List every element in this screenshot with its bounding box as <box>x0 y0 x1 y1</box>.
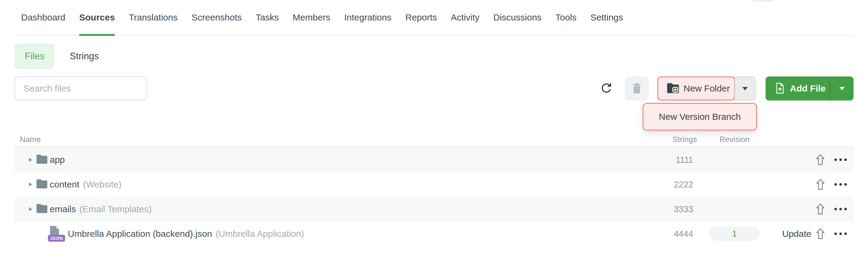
cutoff-element <box>752 0 774 2</box>
nav-item-integrations[interactable]: Integrations <box>344 0 392 35</box>
new-folder-dropdown-button[interactable] <box>735 76 755 101</box>
table-header: Name Strings Revision <box>14 132 854 147</box>
expand-chevron-icon[interactable] <box>29 158 36 162</box>
more-actions-icon[interactable]: ••• <box>834 205 849 214</box>
files-toolbar: New Folder Add File <box>14 76 854 101</box>
nav-item-tools[interactable]: Tools <box>555 0 577 35</box>
table-row-emails[interactable]: emails (Email Templates) 3333 ••• <box>14 197 854 221</box>
caret-down-icon <box>839 87 845 90</box>
add-file-button[interactable]: Add File <box>766 76 830 101</box>
json-file-icon: JSON <box>49 226 62 242</box>
name-cell: JSON Umbrella Application (backend).json… <box>14 226 661 242</box>
trash-icon <box>632 82 642 95</box>
toolbar-actions: New Folder Add File <box>599 76 854 101</box>
delete-button[interactable] <box>625 76 649 101</box>
name-cell: emails (Email Templates) <box>14 204 661 214</box>
more-actions-icon[interactable]: ••• <box>834 180 849 189</box>
revision-badge[interactable]: 1 <box>709 227 760 241</box>
add-file-dropdown-button[interactable] <box>830 76 854 101</box>
new-folder-button[interactable]: New Folder <box>657 76 735 101</box>
nav-item-members[interactable]: Members <box>293 0 330 35</box>
nav-item-sources[interactable]: Sources <box>79 0 115 35</box>
folder-title: (Website) <box>83 179 121 190</box>
table-row-umbrella-json[interactable]: JSON Umbrella Application (backend).json… <box>14 221 854 246</box>
expand-chevron-icon[interactable] <box>29 182 36 187</box>
more-actions-icon[interactable]: ••• <box>834 155 849 164</box>
nav-item-settings[interactable]: Settings <box>590 0 623 35</box>
strings-count: 2222 <box>661 180 709 190</box>
folder-name[interactable]: content <box>50 179 79 190</box>
upload-icon[interactable] <box>815 228 825 240</box>
refresh-icon <box>600 82 612 95</box>
revision-cell: 1 <box>709 227 760 241</box>
update-link[interactable]: Update <box>760 229 811 239</box>
sources-files-page: Dashboard Sources Translations Screensho… <box>0 0 868 257</box>
column-header-revision: Revision <box>709 135 760 144</box>
strings-count: 4444 <box>661 229 709 239</box>
folder-icon <box>36 204 47 214</box>
strings-count: 1111 <box>661 155 709 165</box>
add-file-label: Add File <box>790 83 826 94</box>
nav-item-discussions[interactable]: Discussions <box>493 0 541 35</box>
folder-icon <box>36 155 47 165</box>
nav-item-tasks[interactable]: Tasks <box>255 0 279 35</box>
name-cell: app <box>14 155 661 165</box>
tab-files[interactable]: Files <box>14 44 55 69</box>
folder-plus-icon <box>667 83 679 95</box>
folder-icon <box>36 179 47 190</box>
column-header-strings: Strings <box>661 135 709 144</box>
menu-item-new-version-branch[interactable]: New Version Branch <box>643 103 757 131</box>
nav-item-screenshots[interactable]: Screenshots <box>191 0 242 35</box>
file-title: (Umbrella Application) <box>216 229 304 239</box>
json-badge: JSON <box>48 235 65 242</box>
tab-strings[interactable]: Strings <box>70 51 98 62</box>
new-folder-label: New Folder <box>684 83 730 94</box>
expand-chevron-icon[interactable] <box>29 207 36 211</box>
files-table: Name Strings Revision app 1111 •• <box>14 132 854 246</box>
folder-title: (Email Templates) <box>80 204 152 214</box>
add-file-split-button: Add File <box>766 76 854 101</box>
column-header-name: Name <box>14 135 661 144</box>
search-input[interactable] <box>14 76 147 101</box>
folder-name[interactable]: app <box>50 155 65 165</box>
more-actions-icon[interactable]: ••• <box>834 229 849 238</box>
table-row-content[interactable]: content (Website) 2222 ••• <box>14 172 854 197</box>
table-row-app[interactable]: app 1111 ••• <box>14 147 854 172</box>
strings-count: 3333 <box>661 204 709 214</box>
refresh-button[interactable] <box>599 80 613 97</box>
nav-item-reports[interactable]: Reports <box>405 0 437 35</box>
nav-item-translations[interactable]: Translations <box>129 0 178 35</box>
nav-item-activity[interactable]: Activity <box>451 0 479 35</box>
folder-name[interactable]: emails <box>50 204 76 214</box>
caret-down-icon <box>742 87 748 90</box>
file-upload-icon <box>775 82 785 95</box>
project-nav: Dashboard Sources Translations Screensho… <box>14 0 854 36</box>
upload-icon[interactable] <box>815 154 825 166</box>
file-name[interactable]: Umbrella Application (backend).json <box>68 229 212 239</box>
upload-icon[interactable] <box>815 179 825 190</box>
upload-icon[interactable] <box>815 203 825 215</box>
name-cell: content (Website) <box>14 179 661 190</box>
nav-item-dashboard[interactable]: Dashboard <box>21 0 65 35</box>
view-tabs: Files Strings <box>14 44 854 69</box>
new-folder-split-button: New Folder <box>657 76 755 101</box>
